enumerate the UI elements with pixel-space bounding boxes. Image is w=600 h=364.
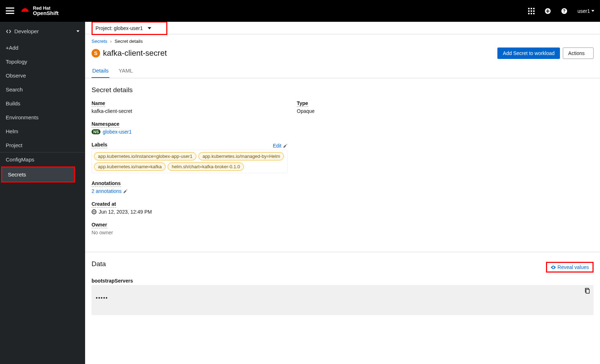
svg-rect-2 (533, 8, 535, 9)
tab-details[interactable]: Details (92, 64, 109, 78)
svg-rect-11 (546, 11, 550, 11)
annotations-label: Annotations (92, 180, 121, 187)
tabs: Details YAML (85, 64, 600, 78)
owner-label: Owner (92, 222, 107, 228)
type-label: Type (297, 100, 308, 107)
code-icon (6, 29, 11, 34)
breadcrumb-root[interactable]: Secrets (92, 39, 107, 44)
labels-box: app.kubernetes.io/instance=globex-app-us… (92, 150, 287, 173)
details-heading: Secret details (92, 86, 594, 94)
sidebar-item-builds[interactable]: Builds (0, 96, 85, 110)
plus-circle-icon[interactable] (545, 8, 551, 14)
owner-value: No owner (92, 230, 297, 235)
content: Project: globex-user1 Secrets › Secret d… (85, 22, 600, 364)
eye-icon (551, 265, 556, 270)
project-bar: Project: globex-user1 (85, 22, 600, 34)
actions-label: Actions (568, 50, 585, 56)
help-icon[interactable]: ? (561, 8, 567, 14)
masthead: Red Hat OpenShift ? user1 (0, 0, 600, 22)
data-section: Data Reveal values bootstrapServers ••••… (85, 252, 600, 324)
data-value-box: ••••• (92, 285, 594, 315)
svg-rect-1 (531, 8, 532, 9)
sidebar-item-topology[interactable]: Topology (0, 55, 85, 69)
sidebar-item-configmaps[interactable]: ConfigMaps (0, 153, 85, 166)
masked-value: ••••• (96, 295, 589, 301)
svg-rect-4 (531, 10, 532, 12)
namespace-badge: NS (92, 129, 100, 134)
details-section: Secret details Name kafka-client-secret … (85, 78, 600, 252)
created-label: Created at (92, 201, 116, 208)
brand-line2: OpenShift (33, 10, 59, 16)
label-chip[interactable]: app.kubernetes.io/instance=globex-app-us… (94, 152, 196, 160)
actions-menu[interactable]: Actions (563, 48, 594, 59)
sidebar-item-helm[interactable]: Helm (0, 124, 85, 138)
namespace-label: Namespace (92, 121, 119, 128)
label-chip[interactable]: app.kubernetes.io/name=kafka (94, 163, 166, 171)
perspective-switcher[interactable]: Developer (0, 22, 85, 41)
chevron-down-icon (148, 27, 151, 29)
pencil-icon[interactable] (123, 189, 128, 194)
masthead-right: ? user1 (528, 8, 594, 14)
namespace-link[interactable]: globex-user1 (103, 129, 132, 135)
svg-rect-0 (528, 8, 530, 9)
project-prefix: Project: (95, 25, 112, 31)
reveal-values-button[interactable]: Reveal values (551, 264, 589, 270)
page-head: Secrets › Secret details S kafka-client-… (85, 34, 600, 64)
globe-icon (92, 209, 97, 214)
label-chip[interactable]: app.kubernetes.io/managed-by=Helm (198, 152, 284, 160)
reveal-label: Reveal values (557, 264, 589, 270)
data-heading: Data (92, 260, 106, 268)
annotations-link[interactable]: 2 annotations (92, 188, 122, 194)
label-chip[interactable]: helm.sh/chart=kafka-broker-0.1.0 (168, 163, 244, 171)
perspective-label: Developer (14, 28, 39, 34)
redhat-hat-icon (20, 7, 30, 14)
masthead-left: Red Hat OpenShift (6, 6, 59, 16)
apps-grid-icon[interactable] (528, 8, 535, 14)
sidebar: Developer +Add Topology Observe Search B… (0, 22, 85, 364)
breadcrumb-separator: › (110, 39, 112, 44)
sidebar-item-environments[interactable]: Environments (0, 110, 85, 124)
svg-rect-8 (533, 13, 535, 14)
chevron-down-icon (77, 30, 79, 32)
pencil-icon (283, 144, 287, 148)
name-label: Name (92, 100, 105, 107)
tab-yaml[interactable]: YAML (118, 64, 134, 78)
svg-rect-6 (528, 13, 530, 14)
title-row: S kafka-client-secret Add Secret to work… (92, 48, 594, 64)
svg-rect-7 (531, 13, 532, 14)
breadcrumb: Secrets › Secret details (92, 39, 594, 44)
brand-text: Red Hat OpenShift (33, 6, 59, 16)
user-name: user1 (577, 8, 590, 14)
add-secret-to-workload-button[interactable]: Add Secret to workload (497, 48, 560, 59)
resource-badge: S (92, 49, 100, 58)
page-title: kafka-client-secret (103, 49, 167, 58)
svg-text:?: ? (563, 9, 565, 14)
svg-rect-3 (528, 10, 530, 12)
breadcrumb-current: Secret details (114, 39, 143, 44)
chevron-down-icon (591, 10, 594, 12)
labels-label: Labels (92, 142, 107, 148)
brand-line1: Red Hat (33, 6, 59, 11)
brand[interactable]: Red Hat OpenShift (20, 6, 59, 16)
sidebar-item-secrets[interactable]: Secrets (1, 166, 75, 183)
sidebar-item-add[interactable]: +Add (0, 41, 85, 55)
created-value: Jun 12, 2023, 12:49 PM (99, 209, 152, 215)
copy-icon[interactable] (584, 288, 590, 294)
edit-label: Edit (273, 143, 281, 149)
type-value: Opaque (297, 108, 594, 114)
project-name: globex-user1 (114, 25, 143, 31)
hamburger-icon[interactable] (6, 8, 14, 14)
sidebar-item-project[interactable]: Project (0, 138, 85, 152)
sidebar-item-observe[interactable]: Observe (0, 69, 85, 83)
data-key: bootstrapServers (92, 278, 594, 284)
labels-edit-button[interactable]: Edit (273, 143, 287, 149)
svg-rect-18 (586, 289, 589, 293)
user-menu[interactable]: user1 (577, 8, 594, 14)
svg-rect-5 (533, 10, 535, 12)
sidebar-item-search[interactable]: Search (0, 83, 85, 96)
name-value: kafka-client-secret (92, 108, 297, 114)
project-selector[interactable]: Project: globex-user1 (93, 23, 156, 34)
